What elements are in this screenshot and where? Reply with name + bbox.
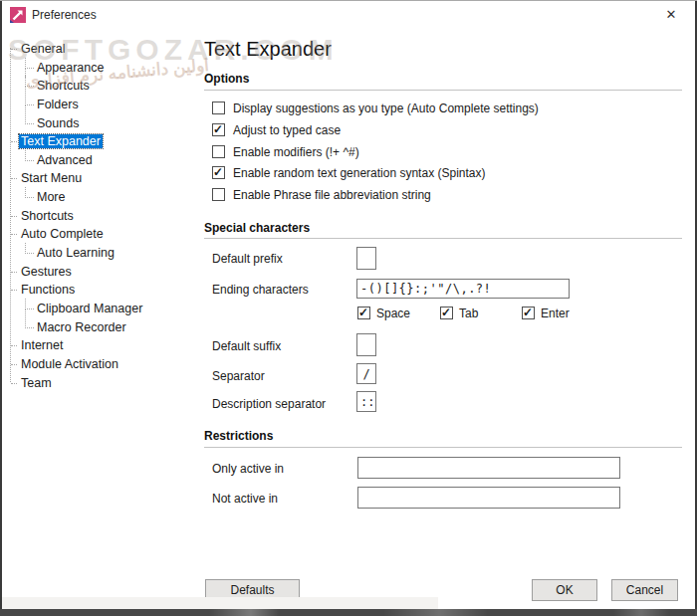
- checkbox-spintax[interactable]: [212, 166, 225, 179]
- ender-tab: Tab: [440, 306, 478, 320]
- ender-space: Space: [357, 306, 410, 320]
- tree-item-module-activation[interactable]: Module Activation: [2, 355, 197, 374]
- tree-item-auto-learning[interactable]: Auto Learning: [2, 244, 197, 263]
- preferences-window: Preferences ✕ SOFTGOZAR.COM اولین دانشنا…: [0, 0, 697, 616]
- only-active-in-label: Only active in: [212, 462, 284, 476]
- restrictions-heading: Restrictions: [204, 429, 273, 443]
- separator-label: Separator: [212, 369, 265, 383]
- option-row: Enable random text generation syntax (Sp…: [212, 165, 485, 180]
- tree-item-advanced[interactable]: Advanced: [2, 151, 197, 170]
- option-row: Adjust to typed case: [212, 122, 341, 137]
- special-characters-heading: Special characters: [204, 221, 310, 235]
- checkbox-enter[interactable]: [522, 307, 535, 319]
- checkbox-adjust-typed-case[interactable]: [212, 123, 225, 136]
- checkbox-label: Adjust to typed case: [233, 123, 341, 137]
- not-active-in-label: Not active in: [212, 492, 278, 506]
- checkbox-label: Display suggestions as you type (Auto Co…: [233, 102, 539, 115]
- default-prefix-input[interactable]: [356, 247, 376, 270]
- default-prefix-label: Default prefix: [212, 252, 283, 266]
- default-suffix-input[interactable]: [356, 333, 376, 356]
- description-separator-label: Description separator: [212, 397, 326, 411]
- special-divider: [204, 238, 682, 239]
- tree-item-general[interactable]: General: [2, 40, 197, 59]
- checkbox-label: Enable modifiers (!+ ^#): [233, 145, 359, 159]
- tree-item-internet[interactable]: Internet: [2, 336, 197, 355]
- tree-item-start-menu[interactable]: Start Menu: [2, 169, 197, 188]
- close-icon[interactable]: ✕: [659, 5, 683, 24]
- tree-item-shortcuts-general[interactable]: Shortcuts: [2, 77, 197, 96]
- tree-item-macro-recorder[interactable]: Macro Recorder: [2, 318, 197, 337]
- checkbox-display-suggestions[interactable]: [212, 102, 225, 114]
- app-logo-icon: [10, 7, 26, 23]
- tree-item-gestures[interactable]: Gestures: [2, 263, 197, 282]
- tree-item-text-expander[interactable]: Text Expander: [2, 132, 197, 151]
- tree-item-auto-complete[interactable]: Auto Complete: [2, 225, 197, 244]
- checkbox-label: Space: [376, 307, 410, 320]
- checkbox-enable-modifiers[interactable]: [212, 145, 225, 158]
- option-row: Display suggestions as you type (Auto Co…: [212, 101, 539, 115]
- checkbox-space[interactable]: [357, 307, 370, 319]
- tree-item-functions[interactable]: Functions: [2, 281, 197, 300]
- checkbox-label: Enable Phrase file abbreviation string: [233, 188, 431, 202]
- checkbox-label: Tab: [459, 307, 478, 320]
- window-border-bottom: [0, 609, 697, 616]
- settings-tree: General Appearance Shortcuts Folders Sou…: [2, 40, 197, 392]
- tree-item-sounds[interactable]: Sounds: [2, 114, 197, 133]
- separator-input[interactable]: [356, 363, 376, 384]
- checkbox-label: Enable random text generation syntax (Sp…: [233, 166, 485, 180]
- page-title: Text Expander: [204, 38, 332, 61]
- not-active-in-input[interactable]: [357, 487, 620, 509]
- option-row: Enable modifiers (!+ ^#): [212, 144, 359, 159]
- tree-item-folders[interactable]: Folders: [2, 96, 197, 114]
- checkbox-tab[interactable]: [440, 307, 453, 319]
- tree-item-appearance[interactable]: Appearance: [2, 59, 197, 78]
- titlebar: Preferences ✕: [2, 1, 695, 28]
- tree-item-clipboard-manager[interactable]: Clipboard Manager: [2, 300, 197, 318]
- restrictions-divider: [204, 447, 682, 448]
- options-divider: [204, 90, 682, 91]
- window-title: Preferences: [32, 8, 97, 22]
- tree-item-shortcuts[interactable]: Shortcuts: [2, 207, 197, 226]
- checkbox-label: Enter: [541, 307, 570, 320]
- ending-characters-label: Ending characters: [212, 283, 309, 297]
- ender-enter: Enter: [522, 306, 570, 320]
- tree-item-more[interactable]: More: [2, 188, 197, 207]
- default-suffix-label: Default suffix: [212, 339, 281, 353]
- description-separator-input[interactable]: [356, 391, 376, 412]
- only-active-in-input[interactable]: [357, 457, 620, 479]
- options-heading: Options: [204, 72, 249, 86]
- tree-item-team[interactable]: Team: [2, 374, 197, 393]
- ending-characters-input[interactable]: [356, 279, 570, 299]
- ok-button[interactable]: OK: [532, 579, 597, 601]
- checkbox-phrase-file-abbrev[interactable]: [212, 188, 225, 201]
- option-row: Enable Phrase file abbreviation string: [212, 187, 431, 202]
- cancel-button[interactable]: Cancel: [611, 579, 678, 601]
